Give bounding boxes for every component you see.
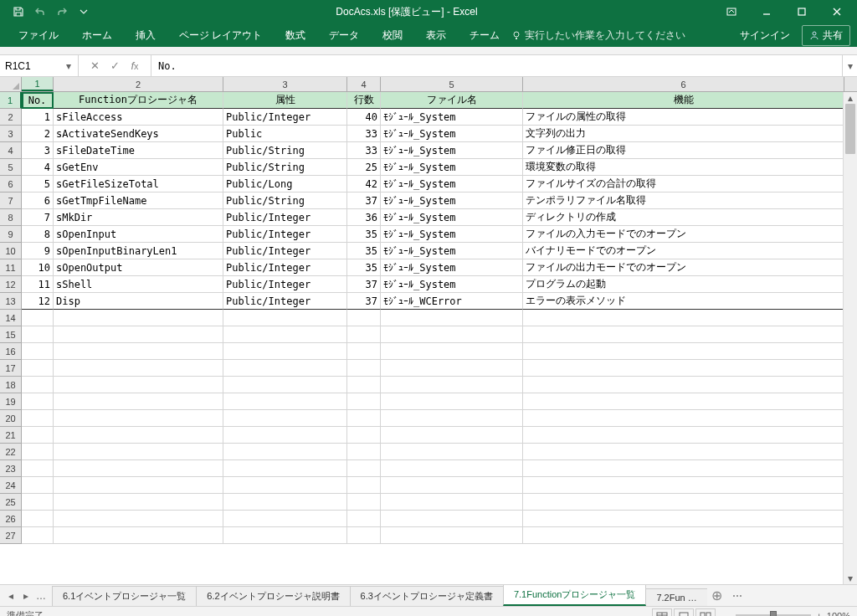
sheet-tab[interactable]: 6.3イベントプロシージャ定義書 bbox=[350, 586, 504, 606]
tab-formulas[interactable]: 数式 bbox=[274, 23, 317, 47]
cell[interactable]: No. bbox=[22, 92, 54, 109]
cell[interactable]: テンポラリファイル名取得 bbox=[523, 192, 844, 209]
cell[interactable] bbox=[347, 494, 381, 511]
cell[interactable]: ファイルの属性の取得 bbox=[523, 109, 844, 126]
row-header[interactable]: 8 bbox=[0, 209, 22, 226]
enter-formula-icon[interactable]: ✓ bbox=[105, 58, 124, 74]
tab-file[interactable]: ファイル bbox=[7, 23, 70, 47]
cell[interactable] bbox=[381, 527, 523, 544]
cell[interactable] bbox=[223, 377, 347, 393]
cell[interactable]: Public/Integer bbox=[223, 109, 347, 126]
cell[interactable] bbox=[381, 343, 523, 360]
cell[interactable]: Public/String bbox=[223, 192, 347, 209]
cell[interactable] bbox=[54, 343, 223, 360]
cell[interactable] bbox=[347, 444, 381, 460]
cell[interactable]: 42 bbox=[347, 176, 381, 192]
cell[interactable] bbox=[54, 527, 223, 544]
cell[interactable] bbox=[523, 393, 844, 410]
sign-in-link[interactable]: サインイン bbox=[740, 28, 790, 43]
row-header[interactable]: 21 bbox=[0, 427, 22, 444]
zoom-out-button[interactable]: − bbox=[726, 611, 731, 617]
cell[interactable]: 機能 bbox=[523, 92, 844, 109]
vertical-scrollbar[interactable]: ▴ ▾ bbox=[843, 92, 857, 584]
cell[interactable]: Public/Integer bbox=[223, 276, 347, 293]
expand-formula-bar-icon[interactable]: ▾ bbox=[842, 55, 857, 76]
cell[interactable]: ﾓｼﾞｭｰﾙ_System bbox=[381, 159, 523, 176]
cell[interactable] bbox=[381, 360, 523, 377]
cell[interactable] bbox=[347, 326, 381, 343]
cell[interactable]: sGetFileSizeTotal bbox=[54, 176, 223, 192]
cell[interactable]: ﾓｼﾞｭｰﾙ_System bbox=[381, 142, 523, 159]
cell[interactable]: 9 bbox=[22, 243, 54, 259]
cell[interactable] bbox=[223, 326, 347, 343]
cell[interactable]: ファイル名 bbox=[381, 92, 523, 109]
row-header[interactable]: 11 bbox=[0, 259, 22, 276]
cell[interactable]: 5 bbox=[22, 176, 54, 192]
scroll-up-icon[interactable]: ▴ bbox=[844, 92, 857, 104]
sheet-tab[interactable]: 7.2Fun … bbox=[645, 588, 706, 606]
view-normal-icon[interactable] bbox=[652, 608, 672, 617]
cell[interactable]: 環境変数の取得 bbox=[523, 159, 844, 176]
cell[interactable]: 37 bbox=[347, 276, 381, 293]
cell[interactable]: ディレクトリの作成 bbox=[523, 209, 844, 226]
cell[interactable]: ファイルの入力モードでのオープン bbox=[523, 226, 844, 243]
cell[interactable] bbox=[523, 326, 844, 343]
row-header[interactable]: 27 bbox=[0, 527, 22, 544]
cell[interactable]: 10 bbox=[22, 259, 54, 276]
cell[interactable]: 11 bbox=[22, 276, 54, 293]
cell[interactable]: バイナリモードでのオープン bbox=[523, 243, 844, 259]
cell[interactable] bbox=[22, 444, 54, 460]
cell[interactable] bbox=[22, 527, 54, 544]
cell[interactable]: Public/Integer bbox=[223, 226, 347, 243]
cell[interactable] bbox=[523, 310, 844, 326]
row-header[interactable]: 9 bbox=[0, 226, 22, 243]
cell[interactable] bbox=[347, 343, 381, 360]
cell[interactable]: 2 bbox=[22, 126, 54, 142]
cell[interactable] bbox=[523, 427, 844, 444]
view-page-layout-icon[interactable] bbox=[674, 608, 694, 617]
column-header[interactable]: 2 bbox=[54, 77, 223, 91]
cell[interactable] bbox=[381, 310, 523, 326]
tab-nav-next-icon[interactable]: ▸ bbox=[20, 590, 32, 602]
cell[interactable]: Public/Integer bbox=[223, 209, 347, 226]
view-page-break-icon[interactable] bbox=[695, 608, 716, 617]
cell[interactable] bbox=[54, 393, 223, 410]
qat-customize-icon[interactable] bbox=[75, 3, 92, 20]
column-header[interactable]: 1 bbox=[22, 77, 54, 91]
tab-insert[interactable]: 挿入 bbox=[124, 23, 167, 47]
cell[interactable]: Public/String bbox=[223, 142, 347, 159]
cell[interactable] bbox=[223, 310, 347, 326]
cell[interactable] bbox=[22, 326, 54, 343]
row-header[interactable]: 18 bbox=[0, 377, 22, 393]
cell[interactable]: ﾓｼﾞｭｰﾙ_System bbox=[381, 109, 523, 126]
tab-review[interactable]: 校閲 bbox=[371, 23, 414, 47]
row-header[interactable]: 13 bbox=[0, 293, 22, 310]
zoom-level[interactable]: 100% bbox=[827, 611, 850, 617]
cell[interactable]: ﾓｼﾞｭｰﾙ_System bbox=[381, 209, 523, 226]
row-header[interactable]: 4 bbox=[0, 142, 22, 159]
cell[interactable] bbox=[347, 511, 381, 527]
row-header[interactable]: 1 bbox=[0, 92, 22, 109]
cell[interactable] bbox=[347, 393, 381, 410]
cell[interactable] bbox=[381, 494, 523, 511]
minimize-icon[interactable] bbox=[750, 0, 783, 23]
cell[interactable] bbox=[381, 393, 523, 410]
row-header[interactable]: 10 bbox=[0, 243, 22, 259]
cell[interactable] bbox=[347, 377, 381, 393]
cell[interactable]: sOpenOutput bbox=[54, 259, 223, 276]
cell[interactable]: Public/String bbox=[223, 159, 347, 176]
row-header[interactable]: 26 bbox=[0, 511, 22, 527]
cell[interactable]: ﾓｼﾞｭｰﾙ_System bbox=[381, 126, 523, 142]
cell[interactable] bbox=[347, 310, 381, 326]
cell[interactable] bbox=[523, 444, 844, 460]
cell[interactable]: 12 bbox=[22, 293, 54, 310]
cell[interactable] bbox=[22, 310, 54, 326]
cell[interactable] bbox=[223, 360, 347, 377]
cell[interactable]: ファイルの出力モードでのオープン bbox=[523, 259, 844, 276]
cell[interactable]: 35 bbox=[347, 243, 381, 259]
cell[interactable] bbox=[223, 427, 347, 444]
cell[interactable]: Public bbox=[223, 126, 347, 142]
cell[interactable]: 4 bbox=[22, 159, 54, 176]
cell[interactable]: Public/Long bbox=[223, 176, 347, 192]
cell[interactable] bbox=[523, 494, 844, 511]
